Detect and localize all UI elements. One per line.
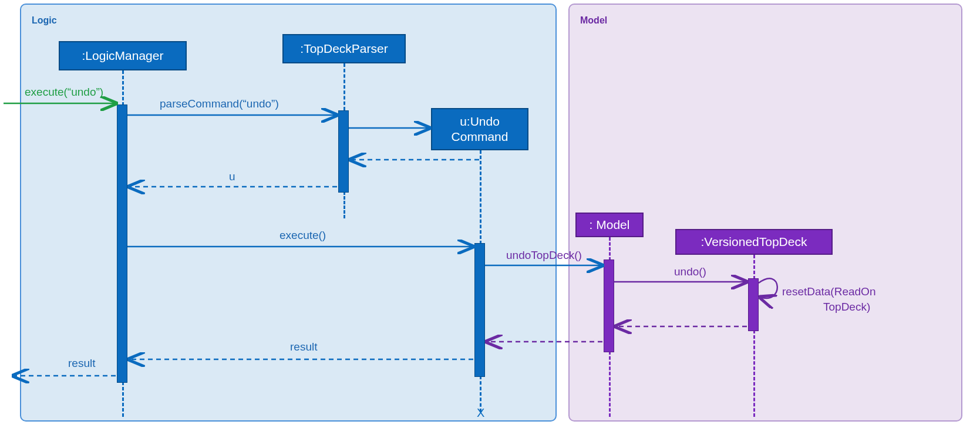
label-result-outer: result: [68, 357, 95, 370]
logic-frame-title: Logic: [32, 15, 57, 26]
lifeline-logicmanager-top: [122, 70, 124, 106]
undocommand-box: u:Undo Command: [431, 108, 528, 150]
lifeline-model-top: [609, 237, 611, 261]
undo-destruction-x: X: [477, 406, 484, 420]
lifeline-parser-bottom: [343, 191, 345, 218]
lifeline-model-bottom: [609, 351, 611, 417]
model-label: : Model: [590, 217, 630, 232]
activation-model: [604, 260, 614, 352]
label-resetdata-1: resetData(ReadOn: [782, 285, 875, 298]
logicmanager-label: :LogicManager: [82, 48, 164, 63]
parser-box: :TopDeckParser: [282, 34, 406, 63]
vtd-label: :VersionedTopDeck: [701, 234, 807, 250]
label-result-inner: result: [290, 341, 317, 353]
label-execute: execute(): [279, 229, 326, 242]
lifeline-vtd-bottom: [753, 330, 755, 417]
label-undo: undo(): [674, 265, 706, 278]
label-undotopdeck: undoTopDeck(): [506, 249, 582, 262]
model-box: : Model: [575, 213, 644, 237]
lifeline-logicmanager-bottom: [122, 382, 124, 417]
undocommand-label: u:Undo Command: [452, 114, 508, 145]
activation-parser: [338, 110, 349, 193]
label-resetdata-2: TopDeck): [823, 301, 870, 314]
activation-undo: [474, 243, 485, 377]
label-parsecommand: parseCommand(“undo”): [160, 97, 279, 110]
parser-label: :TopDeckParser: [300, 41, 388, 56]
vtd-box: :VersionedTopDeck: [675, 229, 833, 255]
label-execute-undo: execute(“undo”): [25, 86, 103, 99]
activation-vtd: [748, 278, 759, 331]
logicmanager-box: :LogicManager: [59, 41, 187, 70]
lifeline-undo-top: [480, 150, 481, 244]
lifeline-vtd-top: [753, 255, 755, 279]
activation-logicmanager: [117, 105, 127, 383]
lifeline-parser-top: [343, 63, 345, 110]
model-frame-title: Model: [580, 15, 607, 26]
label-u: u: [229, 170, 235, 183]
